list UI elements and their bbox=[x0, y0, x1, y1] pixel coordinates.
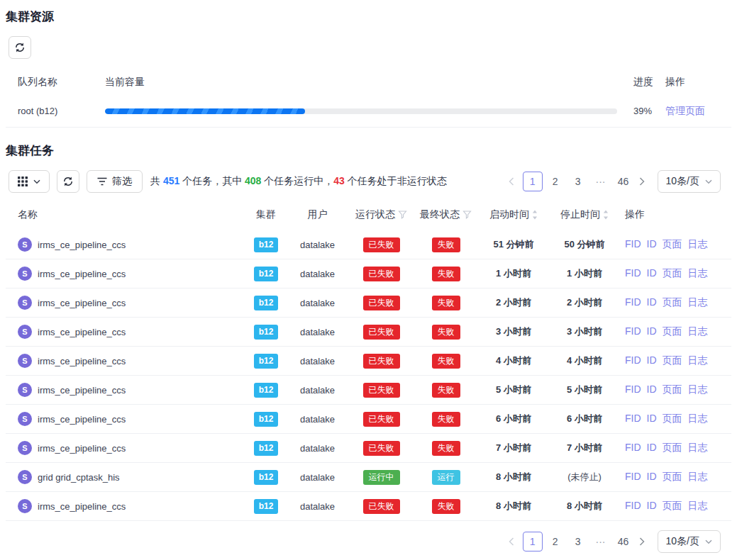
start-time: 7 小时前 bbox=[496, 442, 531, 454]
action-link[interactable]: 日志 bbox=[688, 471, 708, 483]
col-user: 用户 bbox=[287, 208, 348, 221]
action-link[interactable]: FID bbox=[625, 325, 641, 337]
action-link[interactable]: FID bbox=[625, 383, 641, 395]
final-status-badge: 失败 bbox=[432, 267, 460, 281]
final-status-badge: 失败 bbox=[432, 325, 460, 340]
task-name: irms_ce_pipeline_ccs bbox=[38, 385, 126, 396]
page-size-select[interactable]: 10条/页 bbox=[658, 170, 721, 193]
running-count: 408 bbox=[245, 175, 261, 186]
action-link[interactable]: 日志 bbox=[688, 238, 708, 251]
action-link[interactable]: FID bbox=[625, 413, 641, 424]
action-link[interactable]: FID bbox=[625, 238, 641, 250]
task-actions: FIDID页面日志 bbox=[619, 383, 731, 396]
action-link[interactable]: FID bbox=[625, 471, 641, 482]
action-link[interactable]: FID bbox=[625, 500, 641, 511]
action-link[interactable]: ID bbox=[647, 442, 657, 453]
col-capacity: 当前容量 bbox=[93, 76, 621, 89]
action-link[interactable]: ID bbox=[647, 267, 657, 279]
page-size-select[interactable]: 10条/页 bbox=[658, 530, 721, 553]
resources-table-header: 队列名称 当前容量 进度 操作 bbox=[6, 69, 731, 95]
action-link[interactable]: ID bbox=[647, 238, 657, 250]
page-number[interactable]: 2 bbox=[545, 532, 565, 551]
action-link[interactable]: 日志 bbox=[688, 383, 708, 396]
action-link[interactable]: 日志 bbox=[688, 325, 708, 338]
cluster-tag: b12 bbox=[254, 325, 279, 340]
action-link[interactable]: 页面 bbox=[663, 238, 682, 251]
action-link[interactable]: ID bbox=[647, 383, 657, 395]
action-link[interactable]: FID bbox=[625, 267, 641, 279]
action-link[interactable]: ID bbox=[647, 354, 657, 366]
task-row: S grid grid_cptask_his b12 datalake 运行中 … bbox=[6, 463, 731, 492]
manage-page-link[interactable]: 管理页面 bbox=[665, 105, 705, 116]
page-number[interactable]: 1 bbox=[523, 172, 543, 191]
action-link[interactable]: 日志 bbox=[688, 442, 708, 454]
task-name-cell: S irms_ce_pipeline_ccs bbox=[6, 354, 245, 368]
chevron-down-icon bbox=[705, 539, 712, 544]
action-link[interactable]: 页面 bbox=[663, 442, 682, 454]
chevron-down-icon bbox=[705, 179, 712, 184]
run-status-badge: 已失败 bbox=[363, 499, 400, 514]
action-link[interactable]: FID bbox=[625, 296, 641, 308]
prev-page-icon[interactable] bbox=[503, 532, 520, 551]
prev-page-icon[interactable] bbox=[503, 172, 520, 191]
filter-funnel-icon[interactable] bbox=[462, 211, 472, 219]
page-number[interactable]: 3 bbox=[568, 532, 588, 551]
next-page-icon[interactable] bbox=[633, 532, 650, 551]
action-link[interactable]: 页面 bbox=[663, 267, 682, 280]
cluster-tag: b12 bbox=[254, 296, 279, 310]
page-number[interactable]: 2 bbox=[545, 172, 565, 191]
page-number[interactable]: 3 bbox=[568, 172, 588, 191]
filter-lines-icon bbox=[97, 177, 107, 186]
column-settings-button[interactable] bbox=[9, 170, 50, 193]
chevron-down-icon bbox=[33, 179, 40, 184]
sort-icon[interactable] bbox=[603, 210, 609, 220]
task-row: S irms_ce_pipeline_ccs b12 datalake 已失败 … bbox=[6, 289, 731, 318]
col-progress: 进度 bbox=[621, 76, 653, 89]
task-user: datalake bbox=[300, 298, 335, 308]
page-size-label: 10条/页 bbox=[666, 175, 699, 188]
action-link[interactable]: 页面 bbox=[663, 413, 682, 425]
action-link[interactable]: ID bbox=[647, 471, 657, 482]
action-link[interactable]: 页面 bbox=[663, 296, 682, 309]
filter-funnel-icon[interactable] bbox=[398, 211, 407, 219]
action-link[interactable]: 日志 bbox=[688, 413, 708, 425]
action-link[interactable]: ID bbox=[647, 296, 657, 308]
next-page-icon[interactable] bbox=[633, 172, 650, 191]
action-link[interactable]: 页面 bbox=[663, 500, 682, 513]
action-link[interactable]: 日志 bbox=[688, 267, 708, 280]
sort-icon[interactable] bbox=[532, 210, 538, 220]
col-run-status: 运行状态 bbox=[348, 208, 415, 221]
final-status-badge: 失败 bbox=[432, 237, 460, 252]
task-user: datalake bbox=[300, 240, 335, 250]
stop-time: 2 小时前 bbox=[567, 296, 602, 309]
action-link[interactable]: FID bbox=[625, 354, 641, 366]
tasks-toolbar: 筛选 共 451 个任务，其中 408 个任务运行中，43 个任务处于非运行状态… bbox=[9, 170, 731, 193]
filter-button[interactable]: 筛选 bbox=[87, 170, 143, 193]
action-link[interactable]: FID bbox=[625, 442, 641, 453]
task-type-avatar: S bbox=[18, 237, 32, 252]
action-link[interactable]: 日志 bbox=[688, 500, 708, 513]
refresh-icon bbox=[14, 42, 26, 53]
queue-name: root (b12) bbox=[6, 106, 93, 116]
action-link[interactable]: 页面 bbox=[663, 383, 682, 396]
action-link[interactable]: 日志 bbox=[688, 354, 708, 367]
resources-refresh-button[interactable] bbox=[9, 36, 31, 59]
action-link[interactable]: 页面 bbox=[663, 471, 682, 483]
action-link[interactable]: ID bbox=[647, 500, 657, 511]
action-link[interactable]: 页面 bbox=[663, 354, 682, 367]
run-status-badge: 已失败 bbox=[363, 296, 400, 310]
page-number[interactable]: 46 bbox=[614, 172, 633, 191]
stop-time: 7 小时前 bbox=[567, 442, 602, 454]
action-link[interactable]: 日志 bbox=[688, 296, 708, 309]
action-link[interactable]: ID bbox=[647, 325, 657, 337]
col-actions: 操作 bbox=[619, 208, 731, 221]
task-row: S irms_ce_pipeline_ccs b12 datalake 已失败 … bbox=[6, 318, 731, 347]
page-number[interactable]: 1 bbox=[523, 532, 543, 551]
capacity-cell bbox=[93, 108, 621, 114]
action-link[interactable]: ID bbox=[647, 413, 657, 424]
tasks-refresh-button[interactable] bbox=[57, 170, 79, 193]
action-link[interactable]: 页面 bbox=[663, 325, 682, 338]
task-type-avatar: S bbox=[18, 412, 32, 426]
pagination: 123···46 10条/页 bbox=[503, 530, 731, 553]
page-number[interactable]: 46 bbox=[614, 532, 633, 551]
